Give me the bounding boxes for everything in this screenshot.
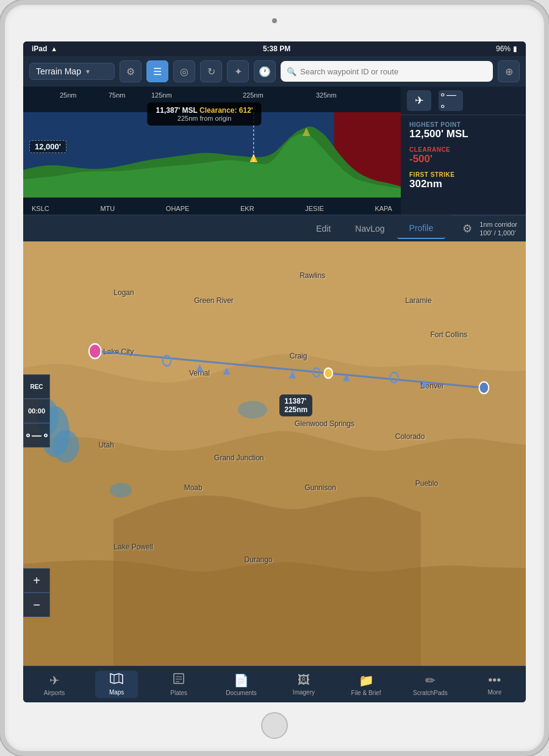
locate-button[interactable]: ⊕ <box>498 60 520 82</box>
wp-ekr: EKR <box>240 205 254 212</box>
wp-ohape: OHAPE <box>166 205 190 212</box>
maps-label: Maps <box>109 689 124 696</box>
list-button[interactable]: ☰ <box>146 60 168 82</box>
tab-more[interactable]: ••• More <box>473 671 516 698</box>
tab-maps[interactable]: Maps <box>95 671 138 698</box>
dist-325nm: 325nm <box>316 91 337 99</box>
map-area[interactable]: Logan Rawlins Laramie Green River Salt L… <box>23 241 526 666</box>
clock-button[interactable]: 🕐 <box>254 60 276 82</box>
more-label: More <box>487 689 501 696</box>
waypoint-labels: KSLC MTU OHAPE EKR JESIE KAPA <box>23 205 401 212</box>
tab-profile[interactable]: Profile <box>397 218 446 239</box>
status-time: 5:38 PM <box>263 45 290 53</box>
zoom-out-button[interactable]: − <box>23 593 50 617</box>
profile-graph: 25nm 75nm 125nm 225nm 325nm 11,387' MSL … <box>23 87 401 215</box>
highest-point-value: 12,500' MSL <box>409 128 517 140</box>
tab-airports[interactable]: ✈ Airports <box>33 671 76 699</box>
status-right: 96% ▮ <box>496 45 517 53</box>
zoom-in-button[interactable]: + <box>23 568 50 593</box>
dist-75nm: 75nm <box>109 91 126 99</box>
profile-right-panel: ✈ ⚬—⚬ HIGHEST POINT 12,500' MSL CLEARANC… <box>401 87 526 215</box>
map-selector-label: Terrain Map <box>36 66 81 76</box>
rec-button[interactable]: REC <box>23 374 50 399</box>
map-tabs-row: Edit NavLog Profile ⚙ 1nm corridor 100' … <box>23 215 526 241</box>
graph-tooltip: 11,387' MSL Clearance: 612' 225nm from o… <box>148 102 262 126</box>
dist-25nm: 25nm <box>60 91 77 99</box>
ipad-screen: iPad ▲ 5:38 PM 96% ▮ Terrain Map ▼ ⚙ ☰ ◎… <box>23 41 526 702</box>
dist-225nm: 225nm <box>243 91 264 99</box>
route-icon-button[interactable]: ⚬—⚬ <box>23 423 50 448</box>
tooltip-clearance: Clearance: 612' <box>199 106 253 115</box>
tab-documents[interactable]: 📄 Documents <box>220 671 263 699</box>
profile-icon-row: ✈ ⚬—⚬ <box>401 87 526 115</box>
wp-jesie: JESIE <box>305 205 324 212</box>
wp-kslc: KSLC <box>32 205 49 212</box>
first-strike-stat: FIRST STRIKE 302nm <box>409 171 517 190</box>
dist-125nm: 125nm <box>151 91 172 99</box>
imagery-label: Imagery <box>293 689 315 696</box>
tab-edit[interactable]: Edit <box>304 219 343 238</box>
map-selector[interactable]: Terrain Map ▼ <box>29 63 115 80</box>
svg-point-9 <box>110 483 132 497</box>
timer-display: 00:00 <box>23 399 50 423</box>
clearance-stat: CLEARANCE -500' <box>409 146 517 165</box>
battery-pct: 96% <box>496 45 511 53</box>
gear-button[interactable]: ⚙ <box>120 60 142 82</box>
highest-point-label: HIGHEST POINT <box>409 121 517 128</box>
sync-button[interactable]: ↻ <box>200 60 222 82</box>
carrier-label: iPad <box>32 45 47 53</box>
search-input[interactable] <box>300 67 487 76</box>
highest-point-stat: HIGHEST POINT 12,500' MSL <box>409 121 517 140</box>
first-strike-label: FIRST STRIKE <box>409 171 517 178</box>
battery-icon: ▮ <box>513 45 517 53</box>
airports-label: Airports <box>44 690 65 696</box>
maps-icon <box>110 673 123 687</box>
map-left-controls: REC 00:00 ⚬—⚬ <box>23 374 50 448</box>
compass-button[interactable]: ◎ <box>173 60 195 82</box>
scratchpads-icon: ✏ <box>425 673 436 688</box>
profile-section: 25nm 75nm 125nm 225nm 325nm 11,387' MSL … <box>23 87 526 215</box>
tab-scratchpads[interactable]: ✏ ScratchPads <box>407 671 454 699</box>
corridor-sub: 100' / 1,000' <box>479 229 517 237</box>
airplane-view-button[interactable]: ✈ <box>407 90 431 111</box>
scratchpads-label: ScratchPads <box>413 690 448 696</box>
route-view-button[interactable]: ⚬—⚬ <box>439 90 463 111</box>
tab-imagery[interactable]: 🖼 Imagery <box>282 671 325 698</box>
wifi-icon: ▲ <box>51 45 57 52</box>
file-brief-icon: 📁 <box>359 673 374 688</box>
tooltip-msl: 11,387' MSL <box>156 106 198 115</box>
tab-plates[interactable]: Plates <box>157 670 200 699</box>
altitude-label: 12,000' <box>29 140 66 153</box>
ipad-frame: iPad ▲ 5:38 PM 96% ▮ Terrain Map ▼ ⚙ ☰ ◎… <box>0 0 549 756</box>
map-tabs: Edit NavLog Profile <box>23 218 451 239</box>
wp-mtu: MTU <box>100 205 115 212</box>
svg-rect-23 <box>174 674 184 683</box>
profile-stats: HIGHEST POINT 12,500' MSL CLEARANCE -500… <box>401 115 526 196</box>
camera <box>272 18 277 23</box>
tab-navlog[interactable]: NavLog <box>343 219 396 238</box>
chevron-down-icon: ▼ <box>85 68 91 75</box>
plates-icon <box>173 672 185 688</box>
status-left: iPad ▲ <box>32 45 57 53</box>
star-button[interactable]: ✦ <box>227 60 249 82</box>
documents-label: Documents <box>226 690 257 696</box>
bottom-tab-bar: ✈ Airports Maps <box>23 666 526 702</box>
file-brief-label: File & Brief <box>351 690 381 696</box>
corridor-info: ⚙ 1nm corridor 100' / 1,000' <box>451 215 526 241</box>
first-strike-value: 302nm <box>409 178 517 190</box>
search-bar[interactable]: 🔍 <box>281 61 493 82</box>
corridor-gear-icon[interactable]: ⚙ <box>460 219 475 238</box>
svg-point-8 <box>52 430 79 463</box>
zoom-controls: + − <box>23 568 50 617</box>
airports-icon: ✈ <box>49 673 60 688</box>
terrain-map-background <box>23 241 526 666</box>
corridor-label: 1nm corridor <box>479 220 517 229</box>
top-toolbar: Terrain Map ▼ ⚙ ☰ ◎ ↻ ✦ 🕐 🔍 ⊕ <box>23 56 526 87</box>
clearance-value: -500' <box>409 153 517 165</box>
corridor-text: 1nm corridor 100' / 1,000' <box>479 220 517 238</box>
tooltip-distance: 225nm from origin <box>156 115 253 122</box>
home-button[interactable] <box>261 712 288 739</box>
more-icon: ••• <box>488 673 501 687</box>
imagery-icon: 🖼 <box>298 673 310 687</box>
tab-file-brief[interactable]: 📁 File & Brief <box>345 671 387 699</box>
